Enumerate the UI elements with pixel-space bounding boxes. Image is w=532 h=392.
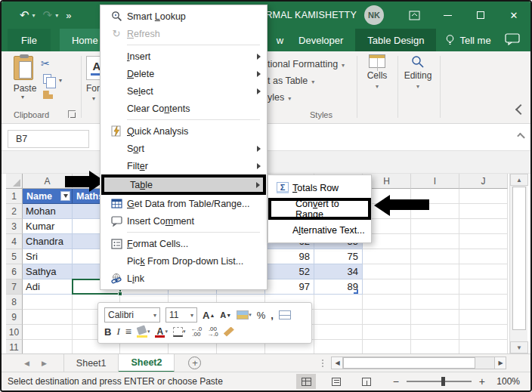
cell[interactable] bbox=[23, 295, 73, 310]
tab-developer[interactable]: Developer bbox=[286, 29, 355, 51]
row-header[interactable]: 8 bbox=[6, 295, 23, 310]
scroll-up-icon[interactable]: ▲ bbox=[510, 174, 528, 186]
vscroll-thumb[interactable] bbox=[512, 187, 526, 330]
menu-item-pick-from-list[interactable]: Pick From Drop-down List... bbox=[101, 252, 266, 270]
cell-F6[interactable]: 52 bbox=[265, 264, 314, 279]
undo-button[interactable]: ↶ bbox=[20, 8, 29, 22]
cell[interactable] bbox=[459, 340, 508, 355]
cell[interactable] bbox=[411, 279, 459, 295]
cell[interactable] bbox=[459, 310, 508, 325]
scroll-left-icon[interactable]: ◀ bbox=[331, 357, 343, 369]
cell-A5[interactable]: Sri bbox=[23, 249, 73, 264]
paste-icon[interactable] bbox=[14, 56, 33, 80]
increase-decimal-button[interactable]: ←.0.00 bbox=[190, 326, 202, 337]
cell[interactable] bbox=[459, 295, 508, 310]
menu-item-delete[interactable]: Delete bbox=[101, 65, 266, 82]
submenu-item-totals-row[interactable]: Σ Totals Row bbox=[268, 177, 371, 198]
cell[interactable] bbox=[411, 249, 459, 264]
menu-item-sort[interactable]: Sort bbox=[101, 140, 266, 157]
zoom-level[interactable]: 100% bbox=[493, 376, 520, 387]
italic-button[interactable]: I bbox=[116, 326, 119, 338]
cell-F7[interactable]: 97 bbox=[265, 279, 314, 295]
format-as-table-button[interactable]: t as Table▾ bbox=[268, 76, 345, 86]
maximize-button[interactable] bbox=[464, 2, 497, 29]
cell[interactable] bbox=[314, 340, 363, 355]
filter-dropdown-icon[interactable] bbox=[60, 191, 70, 201]
menu-item-quick-analysis[interactable]: Quick Analysis bbox=[101, 122, 266, 140]
sheet-nav-left-icon[interactable]: ◀ bbox=[24, 360, 29, 367]
cell[interactable] bbox=[23, 325, 73, 340]
select-all-corner[interactable] bbox=[6, 174, 23, 189]
hscroll-thumb[interactable] bbox=[343, 357, 475, 369]
paste-dropdown-icon[interactable]: ▾ bbox=[21, 94, 24, 100]
vertical-scrollbar[interactable]: ▲ ▼ bbox=[509, 174, 527, 353]
menu-item-smart-lookup[interactable]: Smart Lookup bbox=[101, 8, 266, 25]
redo-dropdown-icon[interactable]: ▾ bbox=[55, 12, 58, 19]
cell[interactable] bbox=[23, 340, 73, 355]
new-sheet-button[interactable]: + bbox=[188, 357, 201, 369]
row-header[interactable]: 6 bbox=[6, 264, 23, 279]
tab-scrollbar-splitter[interactable] bbox=[322, 360, 323, 367]
cell-A7[interactable]: Adi bbox=[23, 279, 73, 295]
cell[interactable] bbox=[411, 340, 459, 355]
format-painter-icon[interactable] bbox=[43, 91, 53, 99]
row-header[interactable]: 9 bbox=[6, 310, 23, 325]
close-button[interactable]: ✕ bbox=[497, 2, 530, 29]
decrease-decimal-button[interactable]: .00→.0 bbox=[207, 326, 218, 337]
fill-color-button[interactable]: ▾ bbox=[137, 326, 150, 338]
cell[interactable] bbox=[314, 310, 363, 325]
row-header[interactable]: 1 bbox=[6, 189, 23, 204]
cell[interactable] bbox=[411, 234, 459, 249]
cell[interactable] bbox=[411, 295, 459, 310]
formula-bar-collapse-icon[interactable] bbox=[517, 133, 525, 141]
cut-icon[interactable]: ✂ bbox=[41, 57, 50, 69]
cell-A6[interactable]: Sathya bbox=[23, 264, 73, 279]
cell[interactable] bbox=[23, 310, 73, 325]
table-header-name-cell[interactable]: Name bbox=[23, 189, 73, 204]
bold-button[interactable]: B bbox=[104, 326, 111, 338]
cells-button[interactable]: Cells ▾ bbox=[360, 54, 394, 90]
row-header[interactable]: 10 bbox=[6, 325, 23, 340]
cell[interactable] bbox=[459, 264, 508, 279]
zoom-in-button[interactable]: + bbox=[479, 375, 485, 387]
borders-button[interactable]: ▾ bbox=[173, 327, 186, 337]
scroll-right-icon[interactable]: ▶ bbox=[494, 357, 506, 369]
undo-dropdown-icon[interactable]: ▾ bbox=[32, 12, 36, 19]
submenu-item-alternative-text[interactable]: Alternative Text... bbox=[268, 220, 371, 240]
normal-view-button[interactable] bbox=[296, 374, 316, 389]
menu-item-insert[interactable]: Insert bbox=[101, 48, 266, 65]
submenu-item-convert-to-range[interactable]: Convert to Range bbox=[268, 198, 371, 220]
tab-view-partial[interactable]: w bbox=[275, 29, 286, 51]
collapse-ribbon-icon[interactable] bbox=[515, 104, 526, 115]
percent-style-button[interactable]: % bbox=[257, 310, 266, 321]
format-painter-button[interactable] bbox=[224, 327, 234, 337]
font-name-select[interactable]: Calibri▾ bbox=[104, 307, 160, 323]
minimize-button[interactable] bbox=[431, 2, 464, 29]
sheet-tab-sheet2[interactable]: Sheet2 bbox=[119, 354, 175, 372]
sheet-tab-sheet1[interactable]: Sheet1 bbox=[63, 354, 119, 372]
cell[interactable] bbox=[363, 264, 411, 279]
cell[interactable] bbox=[411, 310, 459, 325]
menu-item-select[interactable]: Select bbox=[101, 82, 266, 100]
menu-item-table[interactable]: Table bbox=[101, 174, 266, 195]
customize-qat-button[interactable]: » bbox=[66, 10, 70, 21]
row-header[interactable]: 3 bbox=[6, 219, 23, 234]
zoom-slider[interactable] bbox=[407, 381, 472, 382]
conditional-formatting-button[interactable]: tional Formatting▾ bbox=[268, 59, 345, 69]
menu-item-clear-contents[interactable]: Clear Contents bbox=[101, 100, 266, 117]
tab-table-design[interactable]: Table Design bbox=[355, 29, 436, 51]
cell[interactable] bbox=[459, 325, 508, 340]
merge-center-button[interactable] bbox=[279, 310, 291, 319]
col-header-J[interactable]: J bbox=[459, 174, 508, 189]
cell[interactable] bbox=[459, 249, 508, 264]
menu-item-link[interactable]: Link bbox=[101, 270, 266, 287]
grow-font-button[interactable]: A▲ bbox=[203, 310, 215, 321]
cell[interactable] bbox=[459, 189, 508, 204]
cell[interactable] bbox=[459, 279, 508, 295]
cell[interactable] bbox=[459, 204, 508, 219]
cell[interactable] bbox=[411, 264, 459, 279]
fill-handle[interactable] bbox=[118, 292, 122, 296]
avatar[interactable]: NK bbox=[364, 5, 384, 25]
horizontal-scrollbar[interactable]: ◀ ▶ bbox=[331, 357, 506, 369]
row-header[interactable]: 2 bbox=[6, 204, 23, 219]
